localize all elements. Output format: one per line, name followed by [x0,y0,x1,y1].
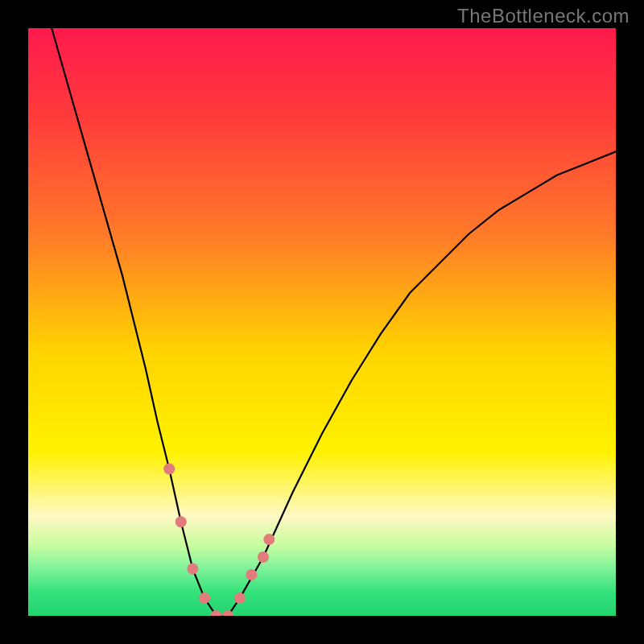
watermark-text: TheBottleneck.com [457,5,630,27]
highlight-dot [199,592,210,604]
highlight-dot [246,569,257,580]
highlight-dot [234,592,246,604]
highlight-dot [163,464,175,475]
chart-frame: TheBottleneck.com [0,0,644,644]
highlight-dot [175,516,187,527]
highlight-dot [258,551,269,563]
highlight-dot [263,534,275,545]
plot-area [28,28,616,616]
bottleneck-curve [52,28,616,616]
highlight-dot [187,564,198,575]
curve-layer [28,28,616,616]
